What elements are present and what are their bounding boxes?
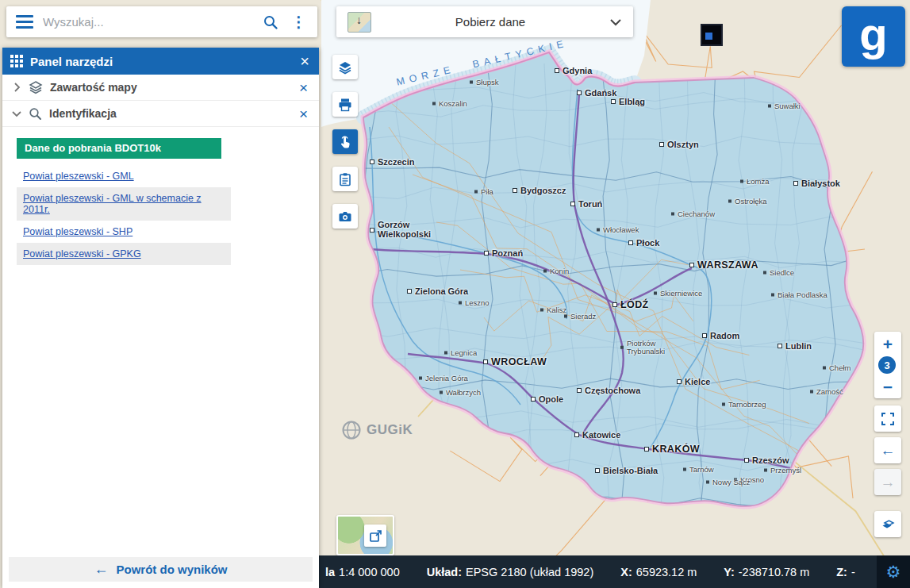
- back-to-results-label: Powrót do wyników: [116, 563, 227, 576]
- fullscreen-button[interactable]: [874, 405, 901, 432]
- y-coordinate: Y:-238710.78 m: [724, 566, 809, 578]
- more-options-button[interactable]: ⋮: [290, 13, 308, 31]
- layers-button[interactable]: [332, 55, 358, 79]
- link-gml[interactable]: Powiat pleszewski - GML: [17, 165, 231, 187]
- zoom-level-badge: 3: [878, 356, 896, 374]
- arrow-left-icon: ←: [881, 442, 896, 459]
- identification-results: Dane do pobrania BDOT10k Powiat pleszews…: [2, 127, 319, 551]
- plus-icon: +: [883, 335, 893, 353]
- open-in-new-icon: [369, 529, 382, 543]
- x-coordinate: X:65923.12 m: [620, 566, 697, 578]
- gear-icon: ⚙: [886, 563, 901, 581]
- close-identification-button[interactable]: ×: [298, 106, 309, 121]
- scale-readout: la1:4 000 000: [325, 566, 400, 578]
- layers-icon: [29, 80, 43, 94]
- search-button[interactable]: [261, 13, 280, 32]
- minus-icon: −: [883, 378, 893, 396]
- section-identification-label: Identyfikacja: [49, 107, 290, 120]
- map-artifact: [701, 24, 723, 46]
- download-data-icon: ↓: [347, 12, 371, 33]
- compare-maps-button[interactable]: [874, 511, 901, 537]
- back-to-results-button[interactable]: ← Powrót do wyników: [9, 557, 313, 582]
- download-links: Powiat pleszewski - GML Powiat pleszewsk…: [17, 165, 231, 265]
- panel-title: Panel narzędzi: [30, 55, 291, 68]
- zoom-out-button[interactable]: −: [874, 375, 901, 398]
- tools-panel: Panel narzędzi × Zawartość mapy × Identy…: [2, 48, 319, 588]
- search-bar: ⋮: [6, 6, 317, 37]
- menu-icon[interactable]: [16, 15, 33, 29]
- geoportal-logo[interactable]: g: [842, 6, 905, 67]
- status-bar: la1:4 000 000 Układ:EPSG 2180 (układ 199…: [319, 555, 910, 588]
- clipboard-icon: [338, 172, 352, 186]
- camera-icon: [338, 209, 352, 224]
- close-icon: ×: [300, 52, 309, 70]
- download-data-label: Pobierz dane: [371, 15, 609, 29]
- link-gml-2011[interactable]: Powiat pleszewski - GML w schemacie z 20…: [17, 187, 231, 221]
- close-icon: ×: [299, 106, 308, 122]
- link-shp[interactable]: Powiat pleszewski - SHP: [17, 221, 231, 243]
- compare-maps-icon: [881, 517, 895, 532]
- camera-button[interactable]: [332, 204, 358, 229]
- section-map-content-label: Zawartość mapy: [50, 81, 290, 94]
- globe-icon: [341, 420, 362, 440]
- download-data-dropdown[interactable]: ↓ Pobierz dane: [336, 6, 633, 37]
- dots-icon: ⋮: [291, 14, 306, 29]
- chevron-right-icon: [12, 83, 21, 92]
- history-forward-button[interactable]: →: [874, 469, 901, 495]
- touch-pointer-icon: [338, 135, 352, 149]
- tools-panel-header: Panel narzędzi ×: [2, 48, 319, 75]
- grid-icon: [10, 55, 23, 67]
- crs-readout: Układ:EPSG 2180 (układ 1992): [427, 566, 594, 578]
- search-input[interactable]: [43, 15, 251, 29]
- history-back-button[interactable]: ←: [874, 437, 901, 463]
- search-icon: [263, 14, 278, 30]
- fullscreen-icon: [881, 412, 895, 426]
- logo-letter: g: [859, 11, 887, 57]
- section-identification[interactable]: Identyfikacja ×: [2, 101, 319, 127]
- close-panel-button[interactable]: ×: [298, 53, 311, 69]
- close-icon: ×: [299, 79, 308, 96]
- section-map-content[interactable]: Zawartość mapy ×: [2, 75, 319, 101]
- arrow-right-icon: →: [881, 474, 896, 491]
- z-coordinate: Z:-: [836, 566, 855, 578]
- settings-button[interactable]: ⚙: [877, 555, 910, 588]
- identify-magnifier-icon: [29, 107, 42, 121]
- layers-icon: [338, 60, 352, 75]
- identify-button[interactable]: [332, 129, 358, 154]
- link-gpkg[interactable]: Powiat pleszewski - GPKG: [17, 243, 231, 265]
- zoom-in-button[interactable]: +: [874, 332, 901, 355]
- chevron-down-icon: [609, 18, 622, 26]
- gugik-watermark: GUGiK: [341, 420, 413, 440]
- clipboard-button[interactable]: [332, 167, 358, 191]
- watermark-text: GUGiK: [367, 422, 413, 438]
- close-map-content-button[interactable]: ×: [298, 80, 309, 95]
- back-arrow-icon: ←: [94, 561, 108, 578]
- zoom-control: + 3 −: [874, 332, 901, 398]
- printer-icon: [338, 98, 352, 112]
- minimap-expand-button[interactable]: [364, 525, 386, 547]
- chevron-down-icon: [12, 109, 21, 118]
- print-button[interactable]: [332, 92, 358, 117]
- results-header: Dane do pobrania BDOT10k: [17, 138, 221, 159]
